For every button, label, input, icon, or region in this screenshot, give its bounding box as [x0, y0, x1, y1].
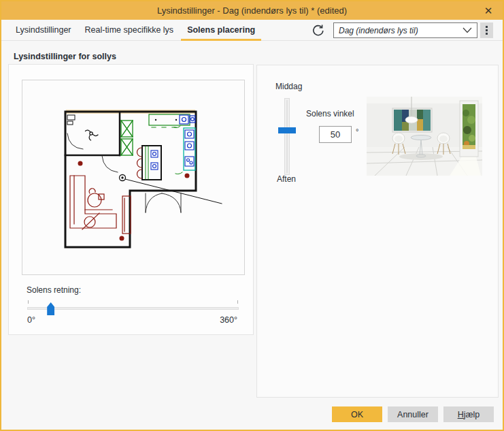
- sun-direction-slider-track[interactable]: [27, 307, 239, 310]
- sun-direction-min-label: 0°: [27, 315, 35, 325]
- elevation-top-label: Middag: [275, 82, 302, 91]
- elevation-bottom-label: Aften: [277, 174, 296, 184]
- more-options-icon[interactable]: [480, 22, 493, 38]
- floorplan-drawing: [22, 80, 244, 274]
- ok-button[interactable]: OK: [332, 406, 382, 422]
- sun-elevation-slider-track[interactable]: [284, 98, 290, 175]
- refresh-icon[interactable]: [311, 23, 326, 38]
- floorplan-preview[interactable]: [22, 80, 245, 275]
- dialog-title: Lysindstillinger - Dag (indendørs lys ti…: [157, 5, 347, 16]
- sun-angle-unit: °: [356, 127, 358, 135]
- light-preset-value: Dag (indendørs lys til): [339, 26, 463, 35]
- light-preset-dropdown[interactable]: Dag (indendørs lys til): [333, 22, 477, 38]
- titlebar[interactable]: Lysindstillinger - Dag (indendørs lys ti…: [1, 1, 503, 20]
- light-settings-dialog: Lysindstillinger - Dag (indendørs lys ti…: [0, 0, 504, 431]
- cancel-button[interactable]: Annuller: [388, 406, 438, 422]
- sunlight-group-heading: Lysindstillinger for sollys: [14, 52, 116, 61]
- chevron-down-icon: [463, 27, 472, 33]
- sun-direction-max-label: 360°: [220, 315, 237, 325]
- sun-angle-label: Solens vinkel: [306, 109, 354, 118]
- tab-realtime-specifikke-lys[interactable]: Real-time specifikke lys: [79, 20, 180, 40]
- sun-elevation-slider-thumb[interactable]: [278, 127, 296, 133]
- help-button[interactable]: Hjælp: [443, 406, 494, 422]
- sun-direction-label: Solens retning:: [27, 285, 81, 295]
- slider-tick-min: [28, 300, 29, 304]
- tab-solens-placering[interactable]: Solens placering: [181, 20, 261, 40]
- sun-elevation-panel: Middag Aften Solens vinkel °: [256, 65, 499, 398]
- sunlight-group-box: Solens retning: 0° 360°: [8, 64, 254, 335]
- slider-tick-max: [237, 300, 238, 304]
- sun-elevation-slider[interactable]: [276, 98, 298, 175]
- sun-angle-input[interactable]: [319, 126, 352, 143]
- tab-lysindstillinger[interactable]: Lysindstillinger: [10, 20, 78, 40]
- close-icon[interactable]: ✕: [478, 1, 499, 20]
- room-render-image: [367, 97, 482, 176]
- room-render-preview: [367, 97, 482, 176]
- sun-direction-slider[interactable]: [27, 299, 239, 317]
- sun-direction-slider-thumb[interactable]: [47, 302, 54, 315]
